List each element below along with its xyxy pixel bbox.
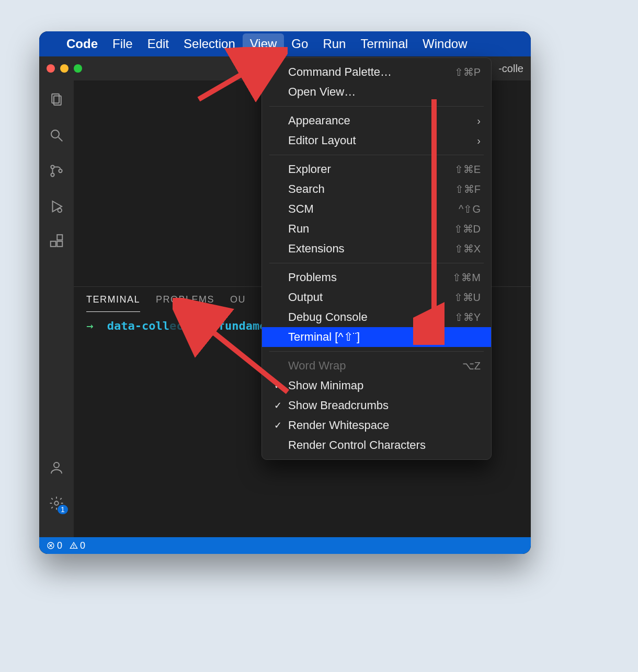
menu-item-command-palette[interactable]: Command Palette…⇧⌘P (262, 62, 491, 82)
terminal-prompt-arrow: → (86, 319, 93, 332)
chevron-right-icon: › (477, 115, 481, 127)
menu-code[interactable]: Code (59, 33, 105, 54)
menu-item-render-whitespace[interactable]: ✓Render Whitespace (262, 415, 491, 435)
menu-item-label: Editor Layout (288, 134, 472, 147)
explorer-icon[interactable] (48, 91, 65, 109)
close-window-button[interactable] (47, 64, 55, 73)
tab-output[interactable]: OU (230, 294, 246, 312)
menu-separator (269, 351, 484, 352)
tab-terminal[interactable]: TERMINAL (86, 294, 140, 312)
menu-item-shortcut: ⌥Z (462, 360, 481, 372)
accounts-icon[interactable] (48, 459, 65, 477)
menu-item-shortcut: ⇧⌘M (452, 271, 481, 284)
menu-item-output[interactable]: Output⇧⌘U (262, 287, 491, 307)
menu-item-render-control-characters[interactable]: Render Control Characters (262, 435, 491, 455)
search-icon[interactable] (48, 126, 65, 144)
menu-item-label: Show Breadcrumbs (288, 399, 475, 412)
menu-item-word-wrap: Word Wrap⌥Z (262, 356, 491, 376)
menu-item-label: SCM (288, 202, 453, 216)
terminal-dir-rest: tion-fundame (183, 319, 266, 332)
menu-item-label: Search (288, 182, 450, 196)
macos-menubar: Code File Edit Selection View Go Run Ter… (39, 31, 531, 56)
menu-item-show-minimap[interactable]: ✓Show Minimap (262, 376, 491, 396)
menu-item-open-view[interactable]: Open View… (262, 82, 491, 102)
menu-window[interactable]: Window (415, 33, 474, 54)
menu-item-terminal[interactable]: Terminal [^⇧¨] (262, 327, 491, 347)
menu-item-label: Run (288, 222, 449, 236)
menu-item-extensions[interactable]: Extensions⇧⌘X (262, 239, 491, 259)
svg-point-8 (58, 208, 62, 213)
menu-item-shortcut: ⇧⌘P (454, 66, 481, 78)
svg-point-13 (54, 501, 59, 505)
menu-item-label: Show Minimap (288, 379, 475, 392)
menu-item-label: Open View… (288, 85, 475, 99)
activity-bar: 1 (39, 80, 74, 537)
check-icon: ✓ (272, 380, 283, 391)
menu-run[interactable]: Run (315, 33, 353, 54)
menu-item-shortcut: ⇧⌘F (455, 183, 481, 195)
menu-item-debug-console[interactable]: Debug Console⇧⌘Y (262, 307, 491, 327)
check-icon: ✓ (272, 400, 283, 411)
menu-item-shortcut: ^⇧G (459, 203, 481, 215)
menu-item-label: Render Control Characters (288, 438, 475, 452)
svg-rect-11 (57, 235, 62, 240)
menu-terminal[interactable]: Terminal (353, 33, 415, 54)
menu-separator (269, 155, 484, 155)
menu-item-label: Output (288, 291, 449, 304)
menu-item-run[interactable]: Run⇧⌘D (262, 219, 491, 239)
status-errors[interactable]: 0 (47, 540, 62, 551)
menu-go[interactable]: Go (284, 33, 315, 54)
source-control-icon[interactable] (48, 162, 65, 180)
svg-point-19 (74, 547, 74, 548)
svg-rect-10 (57, 241, 62, 247)
settings-gear-icon[interactable]: 1 (48, 494, 65, 512)
menu-item-label: Explorer (288, 163, 449, 176)
menu-item-label: Extensions (288, 242, 449, 256)
tab-problems[interactable]: PROBLEMS (156, 294, 214, 312)
menu-item-shortcut: ⇧⌘X (454, 242, 481, 255)
run-debug-icon[interactable] (48, 198, 65, 215)
status-warnings[interactable]: 0 (70, 540, 85, 551)
chevron-right-icon: › (477, 135, 481, 147)
menu-item-shortcut: ⇧⌘Y (454, 311, 481, 323)
traffic-lights (47, 64, 82, 73)
svg-point-12 (54, 462, 59, 468)
extensions-icon[interactable] (48, 233, 65, 251)
menu-item-explorer[interactable]: Explorer⇧⌘E (262, 159, 491, 179)
svg-rect-9 (51, 241, 56, 247)
menu-item-search[interactable]: Search⇧⌘F (262, 179, 491, 199)
svg-point-2 (51, 130, 59, 138)
warning-count: 0 (80, 540, 85, 551)
svg-point-4 (51, 165, 54, 168)
menu-view[interactable]: View (243, 33, 284, 54)
minimize-window-button[interactable] (60, 64, 69, 73)
svg-point-5 (51, 173, 54, 176)
menu-item-label: Appearance (288, 114, 472, 128)
menu-edit[interactable]: Edit (140, 33, 176, 54)
menu-item-label: Terminal [^⇧¨] (288, 330, 475, 344)
menu-item-label: Debug Console (288, 310, 449, 324)
zoom-window-button[interactable] (74, 64, 82, 73)
menu-separator (269, 263, 484, 263)
svg-line-3 (59, 137, 63, 142)
settings-badge: 1 (58, 505, 68, 514)
menu-item-show-breadcrumbs[interactable]: ✓Show Breadcrumbs (262, 396, 491, 415)
menu-item-shortcut: ⇧⌘U (454, 291, 481, 304)
check-icon: ✓ (272, 420, 283, 431)
menu-item-label: Render Whitespace (288, 419, 475, 432)
menu-selection[interactable]: Selection (176, 33, 243, 54)
status-bar: 0 0 (39, 537, 531, 554)
menu-item-scm[interactable]: SCM^⇧G (262, 199, 491, 219)
menu-item-editor-layout[interactable]: Editor Layout› (262, 131, 491, 150)
menu-item-label: Word Wrap (288, 359, 457, 373)
menu-item-shortcut: ⇧⌘D (454, 223, 481, 235)
svg-marker-7 (53, 201, 62, 212)
window-title: -colle (498, 63, 523, 75)
menu-item-problems[interactable]: Problems⇧⌘M (262, 268, 491, 287)
error-count: 0 (57, 540, 62, 551)
menu-file[interactable]: File (105, 33, 140, 54)
menu-item-appearance[interactable]: Appearance› (262, 111, 491, 131)
svg-point-6 (59, 169, 62, 172)
menu-item-shortcut: ⇧⌘E (454, 163, 481, 176)
terminal-dir: data-coll (107, 319, 169, 332)
